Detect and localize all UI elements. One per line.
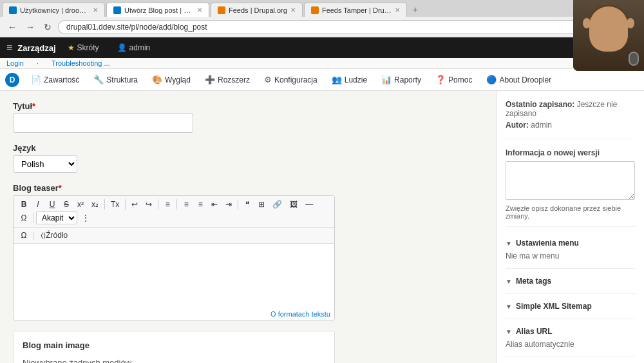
- omega-button[interactable]: Ω: [17, 230, 30, 241]
- metatags-section-title: Meta tags: [516, 277, 551, 286]
- webcam-overlay: [573, 0, 644, 71]
- version-textarea[interactable]: [506, 161, 635, 200]
- bold-button[interactable]: B: [17, 199, 30, 210]
- tab-4[interactable]: Feeds Tamper | Drupal.org ✕: [304, 3, 407, 17]
- alias-section-content: Alias automatycznie: [506, 338, 635, 351]
- tab-3-label: Feeds | Drupal.org: [229, 6, 287, 14]
- sidebar: Ostatnio zapisano: Jeszcze nie zapisano …: [496, 91, 644, 363]
- nav-extend-label: Rozszerz: [218, 75, 250, 84]
- messages-separator: ·: [37, 59, 39, 67]
- bullet-list-button[interactable]: ≡: [180, 199, 193, 210]
- blog-teaser-label: Blog teaser*: [13, 183, 483, 193]
- toolbar-sep-2: [125, 199, 126, 210]
- tab-1[interactable]: Użytkownicy | droopler ✕: [2, 3, 105, 17]
- blockquote-button[interactable]: ❝: [241, 199, 254, 210]
- shortcuts-label: Skróty: [77, 43, 99, 52]
- subscript-button[interactable]: x₂: [88, 199, 102, 210]
- admin-user-button[interactable]: 👤 admin: [111, 41, 157, 55]
- last-saved-row: Ostatnio zapisano: Jeszcze nie zapisano: [506, 100, 635, 118]
- link-button[interactable]: 🔗: [269, 199, 285, 210]
- drupal-logo[interactable]: D: [5, 73, 19, 87]
- title-label: Tytuł*: [13, 101, 483, 111]
- menu-section-title: Ustawienia menu: [516, 239, 579, 248]
- hamburger-menu[interactable]: ≡: [6, 42, 12, 54]
- forward-button[interactable]: →: [23, 21, 37, 34]
- new-tab-button[interactable]: +: [408, 3, 422, 17]
- browser-tabs-bar: Użytkownicy | droopler ✕ Utwórz Blog pos…: [0, 0, 644, 17]
- blog-teaser-group: Blog teaser* B I U S x² x₂ Tx ↩ ↪ ≡: [13, 183, 483, 320]
- superscript-button[interactable]: x²: [74, 199, 87, 210]
- language-label: Język: [13, 143, 483, 153]
- refresh-button[interactable]: ↻: [41, 21, 54, 34]
- reports-icon: 📊: [381, 75, 392, 84]
- nav-content-label: Zawartość: [44, 75, 79, 84]
- table-button[interactable]: ⊞: [255, 199, 268, 210]
- image-button[interactable]: 🖼: [287, 199, 301, 210]
- tab-3[interactable]: Feeds | Drupal.org ✕: [211, 3, 303, 17]
- italic-button[interactable]: I: [32, 199, 44, 210]
- star-icon: ★: [68, 43, 75, 52]
- strikethrough-button[interactable]: S: [60, 199, 73, 210]
- nav-reports[interactable]: 📊 Raporty: [375, 72, 428, 87]
- toolbar-sep-4: [176, 199, 177, 210]
- nav-people[interactable]: 👥 Ludzie: [325, 72, 374, 87]
- title-group: Tytuł*: [13, 101, 483, 133]
- about-icon: 🔵: [486, 75, 497, 84]
- nav-structure[interactable]: 🔧 Struktura: [87, 72, 144, 87]
- redo-button[interactable]: ↪: [142, 199, 155, 210]
- tab-2-favicon: [113, 6, 121, 14]
- media-section-title: Blog main image: [23, 340, 325, 350]
- indent-button[interactable]: ⇥: [222, 199, 235, 210]
- login-link[interactable]: Login: [6, 59, 24, 67]
- tab-1-close[interactable]: ✕: [93, 6, 98, 14]
- underline-button[interactable]: U: [46, 199, 59, 210]
- nav-content[interactable]: 📄 Zawartość: [24, 72, 86, 87]
- back-button[interactable]: ←: [5, 21, 19, 34]
- more-button[interactable]: ⋮: [79, 212, 93, 224]
- undo-button[interactable]: ↩: [128, 199, 141, 210]
- format-link-area: O formatach tekstu: [14, 308, 334, 320]
- editor-container: B I U S x² x₂ Tx ↩ ↪ ≡ ≡ ≡ ⇤: [13, 195, 335, 320]
- format-link[interactable]: O formatach tekstu: [270, 310, 330, 318]
- numbered-list-button[interactable]: ≡: [194, 199, 207, 210]
- content-icon: 📄: [31, 75, 41, 84]
- troubleshooting-link[interactable]: Troubleshooting ...: [52, 59, 110, 67]
- tab-2-close[interactable]: ✕: [197, 6, 202, 14]
- nav-help[interactable]: ❓ Pomoc: [429, 72, 478, 87]
- appearance-icon: 🎨: [152, 75, 162, 84]
- nav-about[interactable]: 🔵 About Droopler: [480, 72, 558, 87]
- manage-link[interactable]: Zarządzaj: [17, 43, 55, 53]
- tab-4-close[interactable]: ✕: [395, 6, 400, 14]
- nav-appearance[interactable]: 🎨 Wygląd: [146, 72, 197, 87]
- nav-extend[interactable]: ➕ Rozszerz: [198, 72, 256, 87]
- format-select[interactable]: Akapit: [36, 211, 77, 224]
- tab-2[interactable]: Utwórz Blog post | droopler ✕: [106, 3, 209, 17]
- shortcuts-button[interactable]: ★ Skróty: [61, 41, 106, 55]
- messages-bar: Login · Troubleshooting ...: [0, 58, 644, 69]
- drupal-nav: D 📄 Zawartość 🔧 Struktura 🎨 Wygląd ➕ Roz…: [0, 69, 644, 91]
- special-button[interactable]: Ω: [17, 212, 30, 224]
- address-input[interactable]: [58, 20, 639, 34]
- outdent-button[interactable]: ⇤: [208, 199, 221, 210]
- sidebar-section-menu-header[interactable]: ▼ Ustawienia menu: [506, 236, 635, 250]
- media-section: Blog main image Niewybrano żadnych medió…: [13, 331, 335, 363]
- tab-1-favicon: [9, 6, 17, 14]
- source-button[interactable]: ⟨⟩ Źródło: [37, 230, 71, 241]
- sitemap-section-title: Simple XML Sitemap: [516, 302, 592, 311]
- editor-body[interactable]: [14, 244, 334, 308]
- remove-format-button[interactable]: Tx: [108, 199, 122, 210]
- nav-config[interactable]: ⚙ Konfiguracja: [258, 72, 324, 87]
- hr-button[interactable]: —: [302, 199, 316, 210]
- version-title: Informacja o nowej wersji: [506, 148, 635, 157]
- sidebar-section-metatags: ▼ Meta tags: [506, 274, 635, 294]
- title-input[interactable]: [13, 113, 193, 133]
- sidebar-section-alias-header[interactable]: ▼ Alias URL: [506, 324, 635, 338]
- blog-teaser-required: *: [59, 183, 62, 193]
- language-select[interactable]: Polish English German: [13, 155, 77, 173]
- align-button[interactable]: ≡: [161, 199, 174, 210]
- extend-icon: ➕: [205, 75, 215, 84]
- sidebar-section-sitemap-header[interactable]: ▼ Simple XML Sitemap: [506, 299, 635, 313]
- sidebar-section-sitemap: ▼ Simple XML Sitemap: [506, 299, 635, 319]
- tab-3-close[interactable]: ✕: [290, 6, 296, 14]
- sidebar-section-metatags-header[interactable]: ▼ Meta tags: [506, 274, 635, 288]
